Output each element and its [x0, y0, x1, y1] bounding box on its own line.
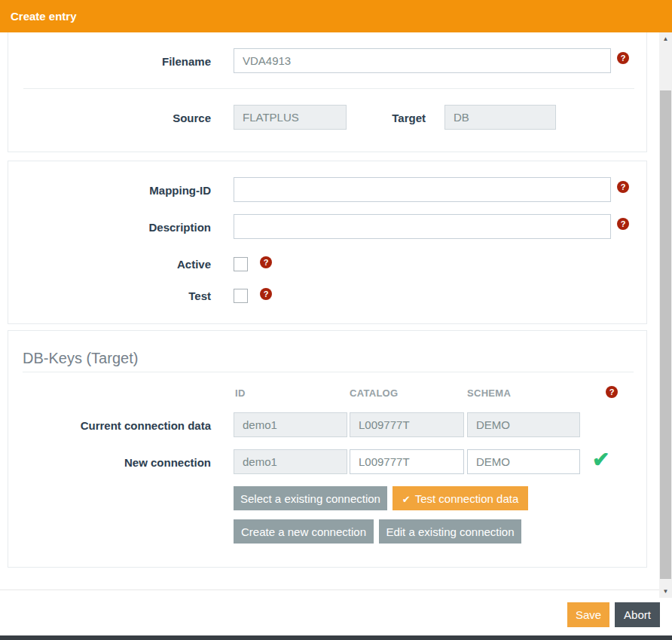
mapping-id-input[interactable]	[234, 177, 611, 202]
test-connection-button[interactable]: ✔Test connection data	[393, 486, 528, 510]
new-connection-label: New connection	[45, 456, 211, 469]
current-catalog-input	[350, 412, 464, 437]
current-schema-input	[467, 412, 580, 437]
target-input	[444, 105, 556, 130]
active-label: Active	[45, 258, 211, 271]
help-icon[interactable]: ?	[617, 52, 629, 64]
scrollbar-thumb[interactable]	[660, 90, 671, 579]
description-input[interactable]	[234, 214, 611, 239]
column-header-catalog: CATALOG	[350, 387, 398, 399]
help-icon[interactable]: ?	[260, 288, 272, 300]
mapping-id-label: Mapping-ID	[45, 184, 211, 197]
bottom-bar	[0, 635, 672, 640]
divider	[23, 372, 634, 372]
current-connection-label: Current connection data	[45, 419, 211, 432]
help-icon[interactable]: ?	[617, 181, 629, 193]
edit-existing-connection-button[interactable]: Edit a existing connection	[379, 519, 521, 544]
help-icon[interactable]: ?	[617, 218, 629, 230]
panel-file	[8, 27, 647, 152]
save-button[interactable]: Save	[567, 602, 609, 627]
help-icon[interactable]: ?	[606, 386, 618, 398]
dialog-title: Create entry	[0, 0, 672, 32]
column-header-id: ID	[235, 387, 246, 399]
select-existing-connection-button[interactable]: Select a existing connection	[234, 486, 387, 510]
scroll-up-icon[interactable]: ▲	[659, 32, 672, 45]
test-label: Test	[45, 289, 211, 302]
test-connection-label: Test connection data	[415, 492, 519, 505]
new-catalog-input[interactable]	[350, 449, 464, 474]
abort-button[interactable]: Abort	[615, 602, 660, 627]
target-label: Target	[335, 112, 426, 124]
connection-ok-check-icon: ✔	[592, 449, 609, 470]
vertical-scrollbar[interactable]: ▲ ▼	[659, 32, 672, 598]
scroll-down-icon[interactable]: ▼	[659, 585, 672, 598]
source-label: Source	[98, 112, 211, 124]
test-checkbox[interactable]	[234, 289, 248, 303]
new-schema-input[interactable]	[467, 449, 580, 474]
footer-divider	[0, 589, 659, 590]
active-checkbox[interactable]	[234, 257, 248, 271]
create-new-connection-button[interactable]: Create a new connection	[234, 519, 374, 544]
current-id-input	[234, 412, 347, 437]
description-label: Description	[45, 221, 211, 234]
filename-input[interactable]	[234, 48, 611, 73]
help-icon[interactable]: ?	[260, 256, 272, 268]
filename-label: Filename	[45, 55, 211, 68]
source-input	[234, 105, 347, 130]
check-icon: ✔	[402, 494, 411, 505]
new-id-input	[234, 449, 347, 474]
divider	[23, 88, 634, 89]
db-keys-heading: DB-Keys (Target)	[23, 350, 138, 367]
column-header-schema: SCHEMA	[467, 387, 511, 399]
